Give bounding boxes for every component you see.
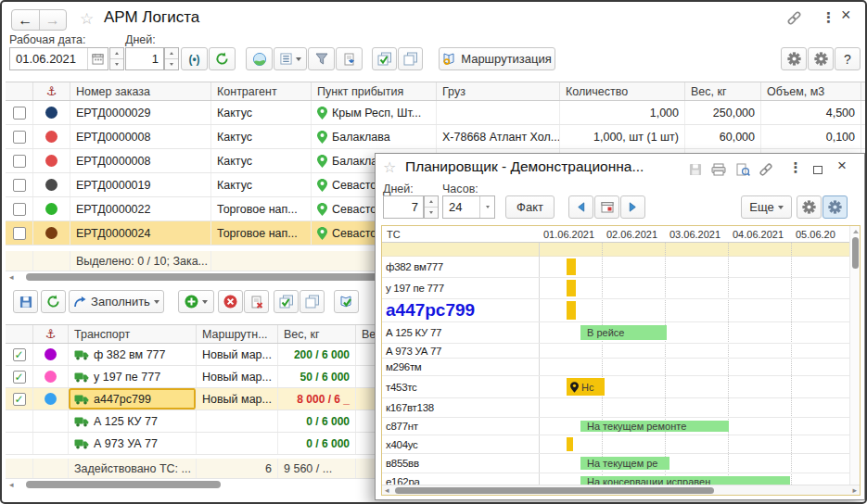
col-header-weight[interactable]: Вес, кг	[278, 325, 356, 343]
fill-button[interactable]: Заполнить	[69, 290, 164, 313]
close-icon[interactable]: ×	[834, 158, 850, 173]
col-header-arrival[interactable]: Пункт прибытия	[312, 82, 437, 100]
gantt-hscrollbar[interactable]: ◂▸	[382, 485, 860, 495]
show-map-button[interactable]	[246, 47, 273, 70]
kebab-menu-icon[interactable]: ⋮	[822, 9, 835, 26]
prev-period-button[interactable]	[568, 195, 593, 219]
gantt-bar-pin[interactable]: Нс	[567, 378, 605, 396]
routing-button[interactable]: Маршрутизация	[439, 47, 555, 70]
row-checkbox[interactable]	[13, 131, 26, 144]
gantt-row[interactable]: м296тм	[382, 359, 860, 376]
select-all-button[interactable]	[372, 47, 397, 70]
row-checkbox[interactable]: ✓	[13, 371, 26, 384]
order-row[interactable]: ЕРТД0000008КактусБалаклаваХ-78668 Атлант…	[6, 125, 865, 149]
gantt-bar-green[interactable]: В рейсе	[580, 325, 667, 340]
gantt-row[interactable]: а447рс799	[382, 299, 860, 322]
col-header-contragent[interactable]: Контрагент	[211, 82, 312, 100]
clear-document-button[interactable]	[244, 290, 269, 313]
col-header-cargo[interactable]: Груз	[437, 82, 560, 100]
copy-link-icon[interactable]	[786, 10, 802, 29]
favorite-star-icon[interactable]: ☆	[383, 158, 396, 176]
delete-button[interactable]	[218, 290, 243, 313]
gantt-row[interactable]: ф382 вм777	[382, 257, 860, 278]
col-header-route[interactable]: Маршрутн...	[197, 325, 278, 343]
maximize-icon[interactable]	[810, 162, 826, 177]
work-date-spinner[interactable]	[109, 47, 124, 70]
days-spinner[interactable]	[164, 47, 179, 70]
col-header-dot[interactable]: ⚓	[33, 325, 69, 343]
row-checkbox[interactable]: ✓	[13, 393, 26, 406]
scroll-thumb[interactable]	[395, 487, 714, 494]
refresh-button[interactable]	[209, 47, 236, 70]
more-button[interactable]: Еще	[741, 195, 792, 219]
gantt-bar-yellow[interactable]	[567, 258, 576, 275]
gantt-row[interactable]: у 197 пе 777	[382, 278, 860, 299]
scroll-right-icon[interactable]: ▸	[852, 485, 857, 495]
gantt-row[interactable]: к167вт138	[382, 398, 860, 418]
row-checkbox[interactable]	[13, 203, 26, 216]
route-check-button[interactable]	[334, 290, 359, 313]
scroll-up-icon[interactable]	[853, 230, 859, 233]
gantt-row[interactable]: А 125 КУ 77В рейсе	[382, 322, 860, 344]
col-header-volume[interactable]: Объем, м3	[761, 82, 861, 100]
gantt-bar-green[interactable]: На текущем ре	[580, 457, 669, 470]
select-all2-button[interactable]	[274, 290, 299, 313]
gantt-row[interactable]: х404ус	[382, 435, 860, 454]
row-checkbox[interactable]	[13, 179, 26, 192]
gantt-row[interactable]: е162раНа консервации исправен	[382, 473, 860, 485]
help-button[interactable]: ?	[835, 47, 861, 70]
preview-icon[interactable]	[734, 162, 751, 177]
row-checkbox[interactable]: ✓	[13, 348, 26, 361]
kebab-menu-icon[interactable]: ⋮	[787, 160, 804, 175]
refresh2-button[interactable]	[41, 290, 66, 313]
gantt-vscrollbar[interactable]	[849, 226, 860, 485]
output-list-button[interactable]	[336, 47, 363, 70]
col-header-name[interactable]: Транспорт	[69, 325, 197, 343]
back-button[interactable]: ←	[12, 10, 40, 30]
work-date-input[interactable]: 01.06.2021	[9, 47, 108, 70]
scroll-left-icon[interactable]: ◂	[9, 272, 14, 282]
filter-button[interactable]	[308, 47, 335, 70]
dialog-days-spinner[interactable]	[424, 195, 439, 219]
next-period-button[interactable]	[620, 195, 645, 219]
period-calendar-button[interactable]	[594, 195, 619, 219]
col-header-number[interactable]: Номер заказа	[70, 82, 211, 100]
scroll-left-icon[interactable]: ◂	[9, 480, 14, 489]
gantt-row[interactable]: в855ввНа текущем ре	[382, 454, 860, 473]
list-settings-button[interactable]	[274, 47, 307, 70]
close-icon[interactable]: ×	[841, 6, 851, 25]
col-header-check[interactable]	[6, 82, 33, 100]
row-checkbox[interactable]	[13, 155, 26, 168]
days-input[interactable]: 1	[125, 47, 164, 70]
dialog-settings-button[interactable]	[797, 195, 822, 219]
auto-refresh-button[interactable]: (•)	[181, 47, 208, 70]
order-row[interactable]: ЕРТД0000029КактусКрым Респ, Шт...1,00025…	[6, 101, 865, 125]
gantt-row[interactable]: с877нтНа текущем ремонте	[382, 418, 860, 435]
gantt-bar-green[interactable]: На текущем ремонте	[580, 421, 729, 432]
save-button[interactable]	[13, 290, 38, 313]
settings-button[interactable]	[781, 47, 807, 70]
gantt-bar-green[interactable]: На консервации исправен	[580, 476, 790, 485]
forward-button[interactable]: →	[40, 10, 67, 30]
dialog-days-input[interactable]: 7	[383, 195, 424, 219]
unselect-all2-button[interactable]	[300, 290, 325, 313]
row-checkbox[interactable]	[13, 107, 26, 120]
settings2-button[interactable]	[808, 47, 834, 70]
col-header-check[interactable]	[6, 325, 33, 343]
col-header-qty[interactable]: Количество	[560, 82, 685, 100]
col-header-dot[interactable]: ⚓	[33, 82, 70, 100]
fact-button[interactable]: Факт	[505, 195, 555, 219]
col-header-weight[interactable]: Вес, кг	[685, 82, 761, 100]
gantt-row[interactable]: т453тсНс	[382, 376, 860, 398]
gantt-bar-yellow[interactable]	[567, 437, 573, 451]
unselect-all-button[interactable]	[398, 47, 423, 70]
dialog-hours-select[interactable]: 24	[442, 195, 495, 219]
calendar-icon[interactable]	[87, 48, 108, 69]
row-checkbox[interactable]	[13, 227, 26, 240]
gantt-bar-yellow[interactable]	[567, 280, 576, 296]
gantt-bar-yellow[interactable]	[567, 301, 576, 320]
copy-link-icon[interactable]	[758, 162, 774, 177]
scroll-thumb[interactable]	[26, 481, 221, 488]
gantt-row[interactable]: А 973 УА 77	[382, 344, 860, 359]
scroll-left-icon[interactable]: ◂	[385, 485, 389, 495]
